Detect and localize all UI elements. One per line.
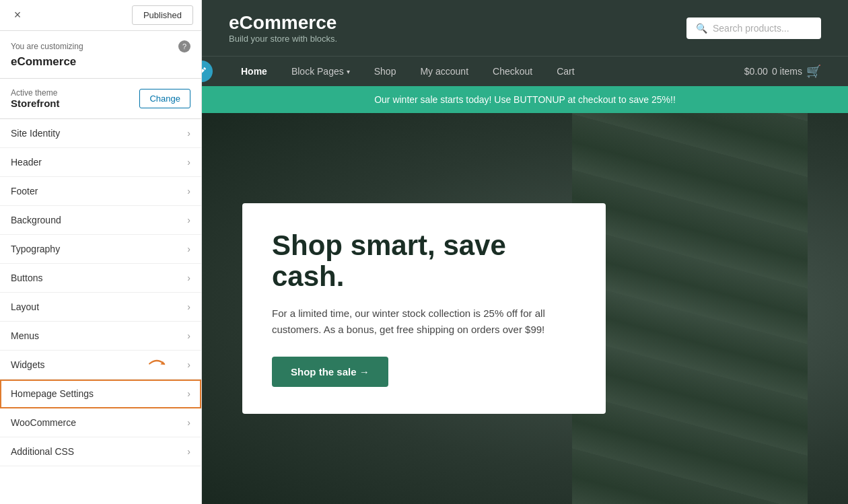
logo-title: eCommerce <box>229 12 337 34</box>
nav-item-my-account[interactable]: My account <box>408 57 481 86</box>
chevron-right-icon: › <box>187 301 190 312</box>
hero-cta-button[interactable]: Shop the sale → <box>272 357 388 387</box>
chevron-right-icon: › <box>187 417 190 428</box>
sidebar-topbar: × Published <box>0 0 201 31</box>
sidebar-item-layout[interactable]: Layout › <box>0 293 201 322</box>
nav-item-shop[interactable]: Shop <box>362 57 409 86</box>
nav-item-block-pages[interactable]: Block Pages ▾ <box>279 57 362 86</box>
sidebar-item-homepage-settings[interactable]: Homepage Settings › <box>0 380 201 408</box>
arrow-indicator <box>145 355 169 375</box>
hero-card: Shop smart, save cash. For a limited tim… <box>242 203 606 414</box>
sidebar-item-footer[interactable]: Footer › <box>0 177 201 206</box>
store-header: eCommerce Build your store with blocks. … <box>202 0 848 56</box>
chevron-right-icon: › <box>187 330 190 341</box>
nav-item-checkout[interactable]: Checkout <box>481 57 544 86</box>
search-placeholder-text: Search products... <box>713 23 789 34</box>
help-icon[interactable]: ? <box>178 40 190 52</box>
chevron-right-icon: › <box>187 244 190 254</box>
dropdown-chevron-icon: ▾ <box>347 68 350 75</box>
theme-label: Active theme <box>11 88 60 98</box>
sidebar-item-additional-css[interactable]: Additional CSS › <box>0 437 201 466</box>
sidebar-item-header[interactable]: Header › <box>0 148 201 177</box>
sidebar-item-background[interactable]: Background › <box>0 206 201 235</box>
site-name: eCommerce <box>11 55 190 69</box>
edit-pencil-button[interactable] <box>202 61 213 82</box>
chevron-right-icon: › <box>187 359 190 370</box>
close-button[interactable]: × <box>8 6 27 25</box>
hero-subtext: For a limited time, our winter stock col… <box>272 305 576 338</box>
chevron-right-icon: › <box>187 388 190 399</box>
sidebar: × Published You are customizing ? eComme… <box>0 0 202 504</box>
sidebar-item-menus[interactable]: Menus › <box>0 322 201 351</box>
customizing-label: You are customizing ? <box>11 40 190 52</box>
published-button[interactable]: Published <box>132 5 193 25</box>
chevron-right-icon: › <box>187 273 190 283</box>
theme-name: Storefront <box>11 98 60 109</box>
nav-item-home[interactable]: Home <box>229 57 279 86</box>
hero-headline: Shop smart, save cash. <box>272 230 576 292</box>
search-icon: 🔍 <box>696 23 707 34</box>
change-theme-button[interactable]: Change <box>139 89 190 108</box>
chevron-right-icon: › <box>187 128 190 139</box>
promo-banner: Our winter sale starts today! Use BUTTON… <box>202 86 848 113</box>
chevron-right-icon: › <box>187 215 190 225</box>
sidebar-item-woocommerce[interactable]: WooCommerce › <box>0 408 201 437</box>
sidebar-menu: Site Identity › Header › Footer › Backgr… <box>0 119 201 466</box>
sidebar-info: You are customizing ? eCommerce <box>0 31 201 79</box>
logo-subtitle: Build your store with blocks. <box>229 34 337 44</box>
chevron-right-icon: › <box>187 186 190 196</box>
sidebar-item-buttons[interactable]: Buttons › <box>0 264 201 293</box>
chevron-right-icon: › <box>187 446 190 457</box>
chevron-right-icon: › <box>187 157 190 168</box>
store-logo: eCommerce Build your store with blocks. <box>229 12 337 44</box>
nav-cart-total[interactable]: $0.00 0 items 🛒 <box>744 64 821 79</box>
store-nav: Home Block Pages ▾ Shop My account Check… <box>202 56 848 86</box>
sidebar-item-site-identity[interactable]: Site Identity › <box>0 119 201 148</box>
nav-item-cart[interactable]: Cart <box>544 57 586 86</box>
cart-icon: 🛒 <box>806 64 821 79</box>
main-preview: eCommerce Build your store with blocks. … <box>202 0 848 504</box>
active-theme-section: Active theme Storefront Change <box>0 79 201 119</box>
sidebar-item-widgets[interactable]: Widgets › <box>0 351 201 380</box>
theme-info: Active theme Storefront <box>11 88 60 109</box>
search-box[interactable]: 🔍 Search products... <box>686 17 821 39</box>
sidebar-item-typography[interactable]: Typography › <box>0 235 201 264</box>
hero-section: Shop smart, save cash. For a limited tim… <box>202 113 848 504</box>
